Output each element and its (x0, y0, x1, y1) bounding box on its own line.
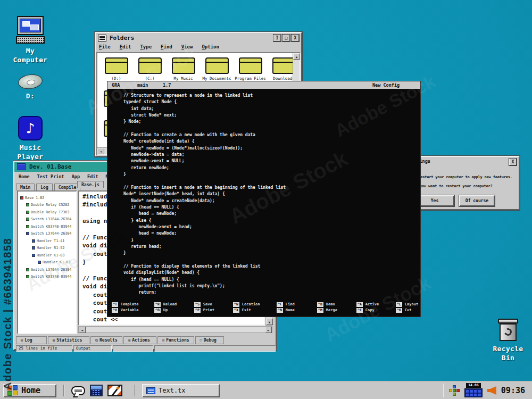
fkey-key[interactable]: ^V (112, 308, 118, 313)
desktop-icon-music-player[interactable]: ♪ Music Player (10, 116, 51, 162)
tree-node-icon (32, 254, 35, 257)
tree-item[interactable]: Switch K93748-03944 (18, 273, 76, 281)
fkey-key[interactable]: ^T (112, 302, 118, 307)
chat-icon[interactable] (71, 386, 85, 395)
desktop-icon-my-computer[interactable]: My Computer (10, 16, 51, 65)
fkey-label: Name (286, 308, 295, 312)
tree-item[interactable]: Handler K1-83 (18, 252, 76, 259)
tree-item[interactable]: Double Relay T7383 (18, 209, 76, 216)
tree-item[interactable]: Switch L37644-26304 (18, 266, 76, 273)
bottom-tab-debug[interactable]: ◫Debug (195, 336, 224, 344)
menu-file[interactable]: File (99, 44, 111, 49)
fkey-key[interactable]: ^R (154, 302, 161, 307)
fkey-key[interactable]: ^C (356, 308, 363, 313)
fkey-key[interactable]: ^S (194, 302, 201, 307)
scroll-left-arrow[interactable]: ◄ (79, 327, 86, 333)
close-button[interactable]: X (509, 159, 517, 165)
scroll-down-arrow[interactable]: ▼ (266, 319, 273, 325)
tree-item[interactable]: Switch L37644-26304 (18, 230, 76, 238)
dev-system-menu-icon[interactable] (17, 163, 26, 170)
tab-compile[interactable]: Compile (54, 184, 81, 190)
tree-item-label: Switch K93748-03944 (31, 225, 71, 229)
close-button[interactable]: X (292, 35, 299, 41)
tree-item[interactable]: Base 1.02 (18, 194, 76, 202)
fkey-column: ^TTemplate^VVariable (112, 302, 139, 313)
terminal-header[interactable]: GRA main 1.7 New Config (107, 81, 420, 89)
folder-item[interactable]: Program Files (234, 57, 267, 81)
tab-base-js[interactable]: Base.js (77, 181, 104, 188)
folder-item[interactable]: My Music (167, 57, 200, 81)
fkey-key[interactable]: ^B (154, 308, 161, 313)
menu-view[interactable]: View (181, 44, 193, 49)
fkey-label: Up (163, 308, 168, 312)
folder-item[interactable]: (D:) (99, 57, 133, 81)
scroll-right-arrow[interactable]: ► (265, 327, 272, 333)
system-tray: 14.06 09:36 (444, 384, 530, 397)
dialog-yes-button[interactable]: Yes (415, 195, 454, 206)
task-button-text-tx[interactable]: Text.tx (142, 384, 220, 397)
folder-item[interactable]: (C:) (133, 57, 167, 81)
tree-node-icon (38, 261, 41, 264)
dev-menu-edit[interactable]: Edit (87, 174, 98, 179)
fkey-key[interactable]: ^W (233, 302, 239, 307)
network-tray-icon[interactable] (449, 385, 460, 396)
dialog-of-course-button[interactable]: Of course (459, 195, 495, 206)
folders-window-title: Folders (110, 35, 134, 41)
tree-item-label: Handler K1-83 (43, 260, 70, 264)
folders-titlebar[interactable]: Folders I□X (96, 33, 301, 43)
tree-item[interactable]: Double Relay C5282 (18, 202, 76, 209)
bottom-tab-actions[interactable]: ▣Actions (123, 336, 156, 344)
menu-edit[interactable]: Edit (120, 44, 131, 49)
scroll-up-arrow[interactable]: ▲ (293, 53, 300, 60)
menu-find[interactable]: Find (161, 44, 172, 49)
speaker-icon[interactable] (487, 386, 496, 395)
desktop-icon-d-drive[interactable]: D: (10, 74, 51, 101)
taskbar-separator (63, 385, 64, 396)
fkey-key[interactable]: ^X (233, 308, 239, 313)
fkey-key[interactable]: ^M (317, 308, 323, 313)
scroll-left-arrow[interactable]: ◄ (97, 148, 104, 154)
fkey-key[interactable]: ^D (317, 302, 323, 307)
fkey-label: Find (286, 302, 295, 306)
fkey-key[interactable]: ^P (194, 308, 201, 313)
fkey-key[interactable]: ^L (396, 302, 402, 307)
tab-log[interactable]: Log (36, 184, 52, 190)
minimize-button[interactable]: I (273, 35, 281, 41)
fkey-key[interactable]: ^F (277, 302, 283, 307)
paint-icon[interactable] (107, 385, 122, 396)
maximize-button[interactable]: □ (282, 35, 290, 41)
fkey-column: ^RReload^BUp (154, 302, 177, 313)
fkey-key[interactable]: ^K (396, 308, 402, 313)
folder-icon (239, 57, 262, 74)
calculator-icon[interactable] (90, 385, 103, 396)
fkey-row: ^MMerge (317, 307, 337, 313)
bottom-tab-functions[interactable]: ⊞Functions (157, 336, 194, 344)
dev-menu-home[interactable]: Home (19, 174, 29, 179)
bottom-tab-statistics[interactable]: ▦Statistics (48, 336, 89, 344)
desktop-icon-recycle-bin[interactable]: Recycle Bin (488, 318, 528, 363)
tree-item-label: Double Relay C5282 (31, 203, 69, 207)
tree-item[interactable]: Handler K1-83 (18, 259, 76, 267)
fkey-key[interactable]: ^A (356, 302, 363, 307)
tree-item[interactable]: Switch L37644-26304 (18, 216, 76, 223)
tab-main[interactable]: Main (16, 184, 35, 190)
bottom-tab-results[interactable]: ⧉Results (90, 336, 122, 344)
folder-item[interactable]: My Documents (200, 57, 234, 81)
bottom-tab-label: Log (24, 338, 32, 343)
home-button[interactable]: Home (3, 384, 56, 397)
home-button-label: Home (21, 386, 40, 395)
folders-system-menu-icon[interactable] (98, 35, 106, 41)
calendar-tray-icon[interactable]: 14.06 (464, 383, 483, 398)
bottom-tab-log[interactable]: ▤Log (16, 336, 47, 344)
dev-menu-test-print[interactable]: Test Print (37, 174, 64, 179)
menu-option[interactable]: Option (202, 44, 219, 49)
tree-item[interactable]: Handler R1-52 (18, 245, 76, 252)
tree-item[interactable]: Handler T1-41 (18, 237, 76, 245)
folder-icon (105, 57, 128, 74)
tree-item[interactable]: Switch K93748-03944 (18, 223, 76, 230)
fkey-key[interactable]: ^N (277, 308, 283, 313)
dev-menu-app[interactable]: App (72, 174, 80, 179)
terminal-body[interactable]: // Structure to represent a node in the … (107, 89, 420, 317)
dev-horizontal-scrollbar[interactable]: ◄ ► (78, 326, 272, 333)
menu-type[interactable]: Type (140, 44, 152, 49)
